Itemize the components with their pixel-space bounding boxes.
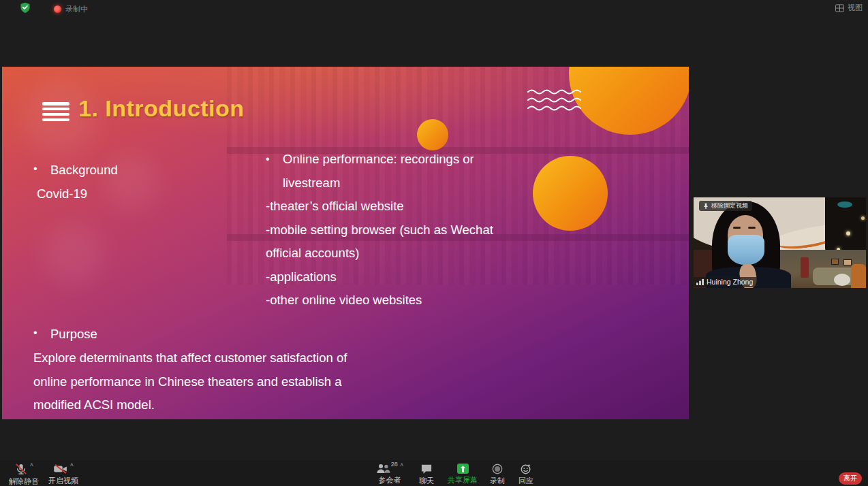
share-screen-label: 共享屏幕 [448, 475, 478, 485]
share-screen-button[interactable]: 共享屏幕 [444, 464, 481, 485]
purpose-paragraph: Explore determinants that affect custome… [33, 346, 347, 417]
chat-label: 聊天 [419, 476, 434, 486]
record-dot-icon [54, 5, 61, 13]
chat-icon [420, 464, 433, 474]
shared-screen-slide: 1. Introduction • Background Covid-19 • … [2, 67, 689, 419]
reactions-smiley-icon [521, 464, 531, 474]
participants-count-badge: 28 [391, 461, 398, 468]
purpose-bullet: • Purpose [33, 327, 97, 342]
detail-line: -other online video websites [266, 289, 493, 312]
ceiling-light [861, 216, 865, 220]
background-bullet: • Background [33, 163, 118, 178]
chevron-up-icon[interactable]: ˄ [70, 461, 74, 468]
chevron-up-icon[interactable]: ˄ [400, 461, 403, 468]
camera-off-icon [53, 464, 68, 474]
detail-line: -mobile setting browser (such as Wechat [266, 218, 493, 242]
waves-decoration [527, 88, 588, 114]
record-button[interactable]: 录制 [484, 464, 511, 486]
orange-chair [851, 264, 866, 288]
online-performance-bullet: • Online performance: recordings or [266, 148, 493, 172]
meeting-toolbar: ˄ 解除静音 ˄ 开启视频 [0, 460, 868, 486]
remove-pin-button[interactable]: 移除固定视频 [699, 201, 752, 211]
security-shield-icon[interactable] [19, 2, 31, 13]
participants-label: 参会者 [379, 475, 401, 485]
mic-muted-icon [14, 464, 28, 475]
zoom-meeting-window: 录制中 视图 1. Introduct [0, 0, 868, 486]
pin-icon [703, 203, 709, 209]
chat-button[interactable]: 聊天 [413, 464, 440, 486]
table [834, 274, 850, 286]
purpose-line: online performance in Chinese theaters a… [33, 370, 347, 394]
chevron-up-icon[interactable]: ˄ [30, 461, 33, 468]
recording-label: 录制中 [65, 4, 88, 14]
background-label: Background [50, 163, 118, 178]
detail-line: -theater’s official website [266, 195, 493, 218]
grid-view-icon [835, 4, 844, 12]
pin-label: 移除固定视频 [711, 201, 748, 210]
person-eye [733, 227, 741, 229]
purpose-line: modified ACSI model. [33, 393, 347, 417]
record-icon [492, 464, 503, 474]
picture-frame [831, 259, 839, 265]
hamburger-icon [42, 102, 69, 121]
reactions-button[interactable]: 回应 [512, 464, 540, 486]
covid-line: Covid-19 [37, 187, 87, 201]
unmute-button[interactable]: ˄ 解除静音 [4, 464, 44, 486]
bokeh-light [43, 223, 104, 285]
recording-indicator: 录制中 [54, 4, 88, 14]
slide-title: 1. Introduction [78, 95, 245, 122]
purpose-label: Purpose [50, 327, 97, 342]
online-performance-block: • Online performance: recordings or live… [266, 148, 493, 312]
participant-name: Huining Zhong [707, 278, 753, 286]
decor-circle-medium [533, 156, 608, 231]
unmute-label: 解除静音 [9, 476, 39, 486]
detail-line: -applications [266, 265, 493, 289]
start-video-button[interactable]: ˄ 开启视频 [42, 464, 84, 486]
leave-button[interactable]: 离开 [839, 472, 862, 485]
face-mask [728, 235, 764, 265]
detail-line: official accounts) [266, 242, 493, 265]
participants-icon [376, 464, 390, 474]
online-performance-line2: livestream [266, 172, 493, 195]
purpose-line: Explore determinants that affect custome… [33, 346, 347, 370]
share-screen-icon [457, 464, 469, 474]
picture-frame [843, 259, 852, 265]
view-label: 视图 [848, 3, 863, 13]
participants-button[interactable]: 28 ˄ 参会者 [371, 464, 409, 485]
person-eye [748, 227, 756, 229]
view-button[interactable]: 视图 [835, 3, 863, 13]
participant-name-bar: Huining Zhong [694, 277, 758, 287]
record-label: 录制 [490, 476, 505, 486]
ceiling-light [837, 201, 852, 208]
ceiling-light [846, 231, 850, 236]
person-in-background [801, 257, 809, 278]
signal-bars-icon [696, 278, 704, 285]
decor-circle-small [417, 119, 448, 150]
participant-video-tile[interactable]: 移除固定视频 Huining Zhong [694, 197, 866, 288]
reactions-label: 回应 [518, 476, 533, 486]
start-video-label: 开启视频 [48, 476, 78, 486]
